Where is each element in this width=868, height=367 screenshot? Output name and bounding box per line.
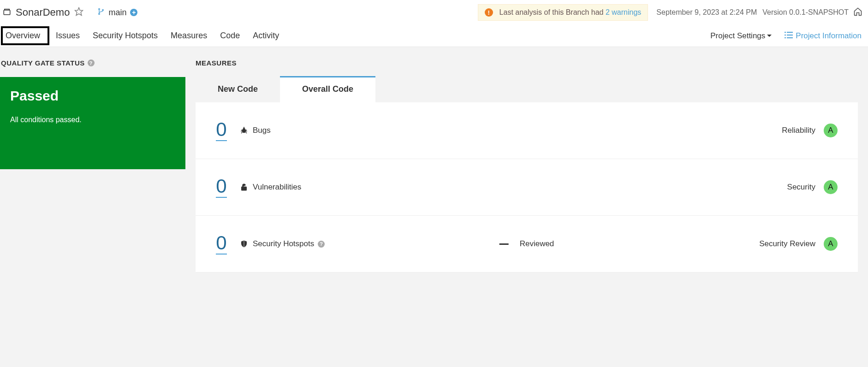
hotspots-value[interactable]: 0	[216, 233, 227, 255]
shield-icon	[240, 240, 248, 248]
svg-rect-8	[787, 35, 793, 36]
vulnerabilities-label[interactable]: Vulnerabilities	[253, 183, 301, 192]
svg-marker-1	[75, 8, 83, 16]
quality-gate-card: Passed All conditions passed.	[0, 77, 185, 169]
svg-point-11	[242, 129, 246, 133]
vulnerabilities-value[interactable]: 0	[216, 177, 227, 198]
security-label: Security	[787, 183, 815, 192]
warning-banner: ! Last analysis of this Branch had 2 war…	[478, 4, 648, 21]
hotspots-rating: Security Review A	[759, 237, 838, 251]
svg-rect-5	[785, 32, 786, 33]
svg-rect-12	[242, 187, 247, 190]
tab-overall-code[interactable]: Overall Code	[280, 76, 375, 102]
star-icon[interactable]	[74, 7, 83, 18]
sidebar: QUALITY GATE STATUS ? Passed All conditi…	[0, 47, 185, 367]
home-icon[interactable]	[853, 7, 862, 18]
project-navbar: Overview Issues Security Hotspots Measur…	[0, 25, 868, 47]
svg-rect-9	[785, 37, 786, 38]
reliability-label: Reliability	[782, 126, 815, 135]
main: MEASURES New Code Overall Code 0 Bugs Re…	[185, 47, 868, 367]
nav-security-hotspots[interactable]: Security Hotspots	[86, 26, 164, 45]
warning-prefix: Last analysis of this Branch had	[499, 8, 606, 16]
project-settings-dropdown[interactable]: Project Settings	[710, 31, 772, 41]
metric-row-vulnerabilities: 0 Vulnerabilities Security A	[196, 159, 858, 216]
version: Version 0.0.1-SNAPSHOT	[762, 8, 849, 17]
branch-name: main	[108, 8, 126, 18]
nav-issues[interactable]: Issues	[49, 26, 86, 45]
nav-overview[interactable]: Overview	[1, 26, 49, 45]
quality-gate-status: Passed	[10, 88, 175, 104]
nav-measures[interactable]: Measures	[164, 26, 214, 45]
metric-row-bugs: 0 Bugs Reliability A	[196, 102, 858, 159]
chevron-down-icon	[767, 35, 772, 37]
measures-tabs: New Code Overall Code	[196, 76, 375, 102]
reviewed-label: Reviewed	[520, 239, 554, 249]
warning-text: Last analysis of this Branch had 2 warni…	[499, 8, 642, 17]
reviewed-section: Reviewed	[499, 239, 554, 249]
svg-rect-0	[4, 10, 10, 15]
svg-rect-6	[787, 32, 793, 33]
svg-point-3	[99, 13, 100, 15]
header-left: SonarDemo main +	[3, 6, 137, 18]
nav-code[interactable]: Code	[214, 26, 246, 45]
content: QUALITY GATE STATUS ? Passed All conditi…	[0, 47, 868, 367]
project-settings-label: Project Settings	[710, 31, 765, 41]
lock-icon	[240, 183, 248, 191]
vulnerabilities-rating: Security A	[787, 180, 838, 194]
nav-activity[interactable]: Activity	[246, 26, 285, 45]
reliability-rating-badge[interactable]: A	[824, 124, 838, 137]
tab-new-code[interactable]: New Code	[196, 76, 280, 102]
svg-point-4	[102, 9, 104, 11]
quality-gate-title: QUALITY GATE STATUS ?	[0, 59, 185, 67]
warning-icon: !	[485, 8, 493, 17]
svg-rect-10	[787, 37, 793, 38]
quality-gate-subtitle: All conditions passed.	[10, 116, 175, 124]
list-icon	[785, 31, 793, 41]
analysis-date: September 9, 2023 at 2:24 PM	[656, 8, 757, 17]
plus-icon[interactable]: +	[130, 9, 137, 16]
help-icon[interactable]: ?	[88, 59, 95, 66]
branch-icon	[97, 8, 105, 17]
help-icon[interactable]: ?	[318, 241, 325, 248]
security-rating-badge[interactable]: A	[824, 180, 838, 194]
quality-gate-title-text: QUALITY GATE STATUS	[1, 59, 85, 67]
hotspots-label[interactable]: Security Hotspots	[253, 239, 314, 249]
security-review-label: Security Review	[759, 239, 815, 249]
project-header: SonarDemo main + ! Last analysis of this…	[0, 0, 868, 25]
bug-icon	[240, 126, 248, 135]
metrics-panel: 0 Bugs Reliability A 0 Vulnerabilities S…	[196, 102, 858, 272]
measures-title: MEASURES	[196, 59, 858, 67]
metric-row-security-hotspots: 0 Security Hotspots ? Reviewed Security …	[196, 216, 858, 272]
bugs-label[interactable]: Bugs	[253, 126, 271, 135]
branch-selector[interactable]: main +	[97, 8, 137, 18]
warning-link[interactable]: 2 warnings	[606, 8, 641, 16]
project-name[interactable]: SonarDemo	[16, 6, 70, 18]
svg-rect-7	[785, 35, 786, 36]
dash-icon	[499, 243, 509, 245]
security-review-rating-badge[interactable]: A	[824, 237, 838, 251]
project-icon	[3, 7, 11, 18]
bugs-value[interactable]: 0	[216, 120, 227, 141]
project-information-link[interactable]: Project Information	[785, 31, 862, 41]
svg-point-2	[99, 8, 100, 10]
project-information-label: Project Information	[796, 31, 862, 41]
bugs-rating: Reliability A	[782, 124, 838, 137]
